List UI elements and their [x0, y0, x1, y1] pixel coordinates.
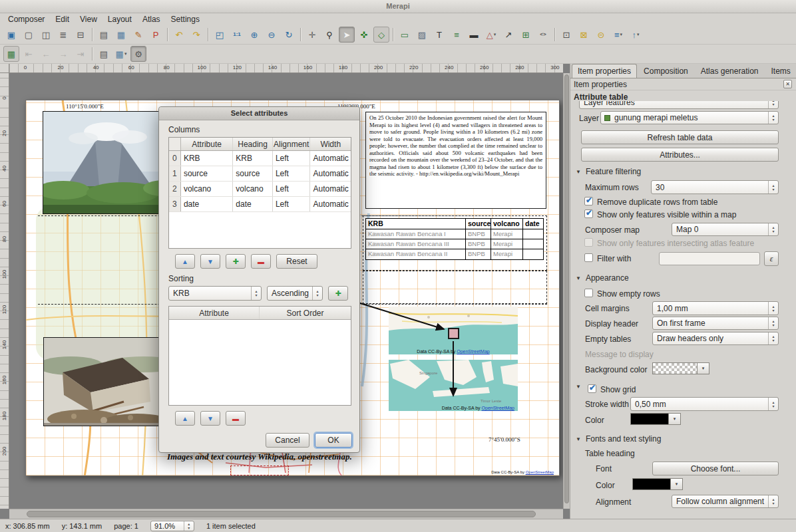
add-scalebar-button[interactable]: ▬ [466, 27, 482, 43]
appearance-expander[interactable]: ▼ Appearance [576, 273, 629, 283]
export-image-button[interactable]: ▦ [113, 27, 129, 43]
composer-map-combo[interactable]: Map 0 ▴▾ [672, 223, 779, 236]
align-items-button[interactable]: ≡▾ [610, 27, 626, 43]
show-empty-rows-checkbox[interactable] [584, 289, 593, 297]
columns-table-row[interactable]: 3 date date Left Automatic [169, 197, 351, 212]
volcano-photo-item[interactable] [43, 111, 171, 214]
tab-item-properties[interactable]: Item properties [572, 64, 637, 78]
zoom-tool-button[interactable]: ⚲ [321, 27, 337, 43]
new-composition-button[interactable]: ▢ [21, 27, 37, 43]
empty-tables-combo[interactable]: Draw headers only ▴▾ [652, 332, 779, 345]
print-atlas-button[interactable]: ▤ [96, 46, 112, 62]
menu-settings[interactable]: Settings [166, 14, 205, 25]
expression-builder-button[interactable]: ε [764, 251, 779, 266]
vertical-scroll-thumb[interactable] [564, 74, 569, 503]
spinbox-stepper-icon[interactable]: ▴▾ [768, 181, 778, 194]
sort-order-header[interactable]: Sort Order [260, 307, 351, 319]
fonts-expander[interactable]: ▼ Fonts and text styling [576, 434, 661, 444]
map-frame-indicator[interactable] [448, 328, 459, 339]
unlock-items-button[interactable]: ⊝ [593, 27, 609, 43]
source-combo[interactable]: Layer features ▴▾ [579, 101, 779, 109]
atlas-settings-button[interactable]: ⚙ [130, 46, 146, 62]
menu-view[interactable]: View [75, 14, 102, 25]
heading-column-header[interactable]: Heading [233, 138, 273, 150]
layer-combo[interactable]: gunung merapi meletus ▴▾ [600, 111, 779, 124]
tab-items[interactable]: Items [765, 64, 796, 78]
ok-button[interactable]: OK [315, 433, 352, 448]
cancel-button[interactable]: Cancel [266, 433, 309, 448]
export-pdf-button[interactable]: P [148, 27, 164, 43]
canvas-vertical-scrollbar[interactable] [563, 73, 570, 509]
zoom-combo[interactable]: 91.0% ▴▾ [150, 521, 194, 531]
dialog-titlebar[interactable]: Select attributes [159, 107, 359, 120]
add-arrow-button[interactable]: ↗ [500, 27, 516, 43]
window-titlebar[interactable]: Merapi [0, 0, 796, 13]
zoom-full-button[interactable]: ◰ [212, 27, 228, 43]
zoom-out-button[interactable]: ⊖ [264, 27, 280, 43]
feature-filtering-expander[interactable]: ▼ Feature filtering [576, 167, 641, 176]
attribute-column-header[interactable]: Attribute [181, 138, 233, 150]
tab-composition[interactable]: Composition [638, 64, 694, 78]
add-shape-dropdown[interactable]: ▾ [494, 32, 497, 37]
remove-duplicate-checkbox[interactable] [584, 197, 593, 205]
composition-manager-button[interactable]: ≣ [55, 27, 71, 43]
raise-items-dropdown[interactable]: ▾ [637, 32, 640, 37]
stroke-width-spinbox[interactable]: 0,50 mm ▴▾ [630, 397, 779, 411]
display-header-combo[interactable]: On first frame ▴▾ [652, 317, 779, 330]
openstreetmap-link[interactable]: OpenStreetMap [526, 470, 554, 474]
add-legend-button[interactable]: ≡ [449, 27, 465, 43]
wikipedia-text-frame[interactable]: On 25 October 2010 the Indonesian govern… [365, 112, 546, 209]
heading-color-dropdown[interactable]: ▾ [671, 478, 683, 490]
openstreetmap-link[interactable]: OpenStreetMap [482, 406, 514, 410]
columns-table-row[interactable]: 1 source source Left Automatic [169, 166, 351, 182]
redo-button[interactable]: ↷ [188, 27, 204, 43]
canvas-horizontal-scrollbar[interactable] [9, 509, 563, 519]
choose-font-button[interactable]: Choose font... [652, 462, 779, 475]
damaged-house-photo-item[interactable] [43, 337, 172, 426]
undo-button[interactable]: ↶ [171, 27, 187, 43]
menu-atlas[interactable]: Atlas [137, 14, 166, 25]
save-template-button[interactable]: ⊟ [73, 27, 89, 43]
show-grid-checkbox[interactable] [588, 384, 596, 393]
export-svg-button[interactable]: ✎ [130, 27, 146, 43]
add-sort-button[interactable]: ✚ [328, 286, 348, 301]
background-color-swatch[interactable] [652, 362, 697, 374]
add-html-button[interactable]: <> [535, 27, 551, 43]
cell-margins-spinbox[interactable]: 1,00 mm ▴▾ [652, 301, 779, 315]
sort-attribute-header[interactable]: Attribute [169, 307, 260, 319]
menu-layout[interactable]: Layout [102, 14, 137, 25]
overview-map-indonesia[interactable]: Singapore Timor Leste Data CC-By-SA by O… [389, 360, 518, 411]
remove-sort-button[interactable]: ▬ [226, 411, 246, 426]
add-attribute-table-button[interactable]: ⊞ [518, 27, 534, 43]
export-atlas-button[interactable]: ▦▾ [113, 46, 129, 62]
column-move-down-button[interactable]: ▼ [200, 254, 220, 269]
dock-close-button[interactable]: ✕ [783, 80, 792, 88]
sort-order-combo[interactable]: Ascending ▴▾ [267, 286, 323, 301]
export-atlas-dropdown[interactable]: ▾ [124, 51, 127, 57]
group-items-button[interactable]: ⊡ [558, 27, 574, 43]
select-move-item-button[interactable]: ➤ [339, 27, 355, 43]
zoom-100-button[interactable]: 1:1 [229, 27, 245, 43]
horizontal-scroll-thumb[interactable] [27, 511, 536, 517]
spinbox-stepper-icon[interactable]: ▴▾ [768, 398, 778, 410]
menu-composer[interactable]: Composer [3, 14, 50, 25]
sort-move-down-button[interactable]: ▼ [200, 411, 220, 426]
move-content-button[interactable]: ✜ [356, 27, 372, 43]
heading-color-swatch[interactable] [632, 478, 671, 490]
lock-items-button[interactable]: ⊠ [576, 27, 592, 43]
add-image-button[interactable]: ▨ [414, 27, 430, 43]
openstreetmap-link[interactable]: OpenStreetMap [457, 349, 489, 354]
show-grid-expander[interactable]: ▼ [576, 384, 586, 390]
grid-color-dropdown[interactable]: ▾ [669, 413, 681, 425]
credit-label-item[interactable]: Images and text courtesy Wikipedia, open… [167, 452, 352, 462]
attributes-button[interactable]: Attributes... [581, 148, 779, 162]
spinbox-stepper-icon[interactable]: ▴▾ [768, 302, 778, 315]
duplicate-composition-button[interactable]: ◫ [38, 27, 54, 43]
zoom-in-button[interactable]: ⊕ [246, 27, 262, 43]
column-move-up-button[interactable]: ▲ [175, 254, 195, 269]
columns-table-row[interactable]: 2 volcano volcano Left Automatic [169, 182, 351, 197]
alignment-column-header[interactable]: Alignment [273, 138, 311, 150]
maximum-rows-spinbox[interactable]: 30 ▴▾ [651, 180, 779, 194]
pan-tool-button[interactable]: ✛ [304, 27, 320, 43]
add-shape-button[interactable]: △▾ [483, 27, 499, 43]
